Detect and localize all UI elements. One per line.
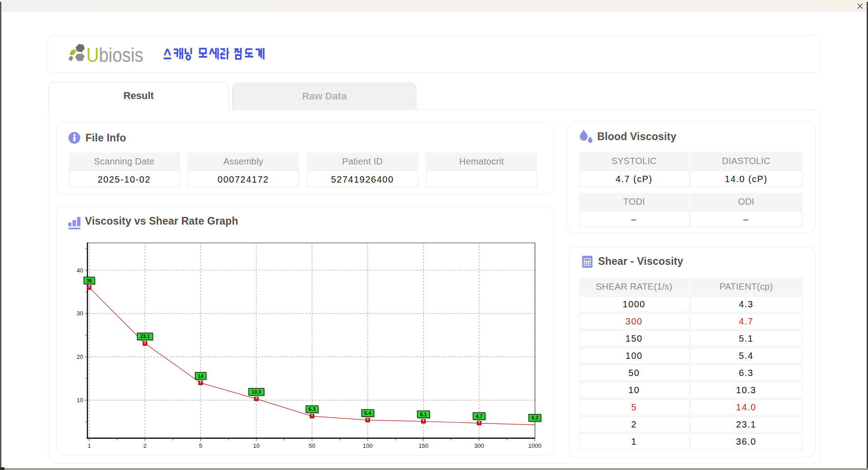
svg-text:5.1: 5.1 [420, 412, 427, 417]
svg-text:Ubiosis: Ubiosis [86, 44, 143, 66]
svg-text:150: 150 [419, 442, 429, 449]
svg-text:5.4: 5.4 [364, 410, 372, 416]
svg-text:300: 300 [474, 442, 484, 449]
svg-text:1: 1 [88, 442, 91, 449]
svg-text:6.3: 6.3 [309, 406, 316, 412]
svg-text:1000: 1000 [528, 442, 542, 449]
svg-text:4.3: 4.3 [531, 415, 538, 420]
svg-text:30: 30 [77, 310, 83, 317]
svg-text:4.7: 4.7 [476, 414, 482, 419]
svg-text:2: 2 [143, 442, 146, 449]
svg-text:36: 36 [86, 278, 92, 283]
svg-text:10: 10 [77, 397, 83, 404]
svg-text:50: 50 [309, 442, 315, 449]
svg-text:20: 20 [77, 353, 83, 360]
svg-text:10: 10 [253, 442, 259, 449]
svg-text:5: 5 [199, 442, 202, 449]
svg-text:23.1: 23.1 [140, 334, 150, 339]
svg-text:10.3: 10.3 [251, 389, 261, 395]
svg-text:100: 100 [363, 442, 373, 449]
svg-text:40: 40 [77, 267, 83, 274]
svg-text:14: 14 [198, 373, 204, 379]
